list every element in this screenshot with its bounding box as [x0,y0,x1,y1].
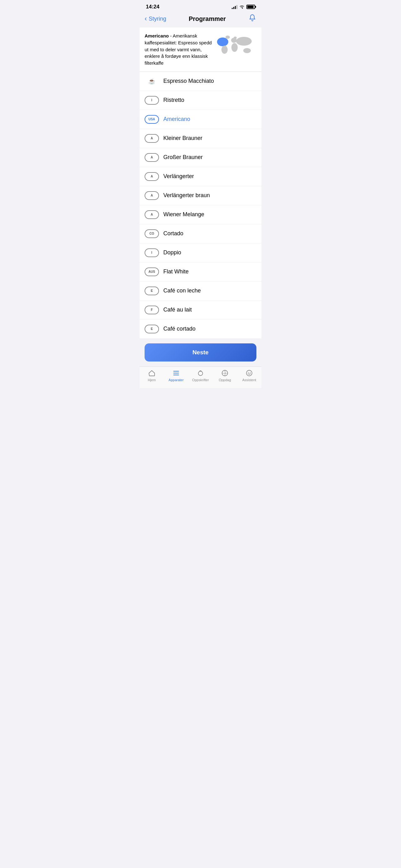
svg-point-13 [246,370,252,376]
oppdag-icon [221,369,229,377]
item-badge: A [144,191,159,200]
list-item[interactable]: FCafé au lait [140,301,261,320]
list-item[interactable]: ECafé con leche [140,281,261,301]
item-badge: USA [144,115,159,124]
svg-point-5 [236,37,252,45]
item-badge: E [144,324,159,333]
svg-point-14 [248,372,248,373]
description-section: Americano - Amerikansk kaffespesialitet:… [140,28,261,72]
tab-assistent[interactable]: Assistent [237,369,261,382]
list-item[interactable]: AVerlängerter [140,167,261,186]
apparater-icon [172,369,180,377]
main-content: Americano - Amerikansk kaffespesialitet:… [140,28,261,367]
chevron-left-icon: ‹ [144,15,147,22]
item-label: Café cortado [163,326,196,332]
tab-label: Oppdag [219,378,231,382]
list-item[interactable]: AVerlängerter braun [140,186,261,205]
home-icon [148,369,156,377]
tab-hjem[interactable]: Hjem [140,369,164,382]
item-badge: E [144,286,159,295]
svg-point-1 [226,36,230,39]
item-label: Café au lait [163,307,192,313]
world-map [216,32,257,56]
item-badge: F [144,306,159,314]
item-label: Verlängerter [163,173,194,180]
bell-icon[interactable] [248,14,257,24]
oppskrifter-icon [197,369,204,377]
tab-apparater[interactable]: Apparater [164,369,188,382]
svg-point-4 [231,43,238,52]
page-title: Programmer [189,15,226,23]
nav-bar: ‹ Styring Programmer [140,11,261,28]
svg-point-15 [250,372,250,373]
coffee-list: ☕Espresso MacchiatoIRistrettoUSAAmerican… [140,72,261,338]
list-item[interactable]: USAAmericano [140,110,261,129]
assistent-icon [245,369,253,377]
item-badge: AUS [144,268,159,276]
item-badge: A [144,134,159,143]
item-badge: A [144,172,159,181]
svg-point-0 [217,37,228,46]
item-label: Café con leche [163,287,201,294]
item-badge: A [144,210,159,219]
tab-label: Hjem [148,378,156,382]
item-label: Flat White [163,269,189,275]
list-item[interactable]: AUSFlat White [140,262,261,281]
description-text: Americano - Amerikansk kaffespesialitet:… [144,32,216,67]
item-label: Ristretto [163,97,184,103]
item-badge: ☕ [144,77,159,86]
svg-point-7 [234,36,237,39]
next-button-container: Neste [140,338,261,367]
list-item[interactable]: AWiener Melange [140,205,261,224]
item-badge: A [144,153,159,162]
tab-bar: HjemApparaterOppskrifterOppdagAssistent [140,367,261,388]
next-button[interactable]: Neste [144,343,257,362]
status-bar: 14:24 [140,0,261,11]
svg-point-2 [222,45,228,54]
tab-oppdag[interactable]: Oppdag [213,369,237,382]
tab-label: Assistent [242,378,257,382]
tab-label: Oppskrifter [192,378,209,382]
list-item[interactable]: ☕Espresso Macchiato [140,72,261,91]
item-label: Kleiner Brauner [163,135,202,142]
list-item[interactable]: AKleiner Brauner [140,129,261,148]
item-badge: I [144,96,159,105]
description-bold: Americano [144,33,169,38]
item-label: Americano [163,116,190,122]
status-icons [232,5,255,9]
list-item[interactable]: IRistretto [140,91,261,110]
item-label: Wiener Melange [163,211,204,218]
item-label: Verlängerter braun [163,192,210,199]
item-label: Doppio [163,249,181,256]
list-item[interactable]: ECafé cortado [140,320,261,338]
svg-point-6 [243,48,251,53]
list-item[interactable]: AGroßer Brauner [140,148,261,167]
tab-label: Apparater [169,378,183,382]
signal-icon [232,5,237,9]
item-badge: I [144,248,159,257]
battery-icon [246,5,255,9]
tab-oppskrifter[interactable]: Oppskrifter [188,369,213,382]
back-button[interactable]: ‹ Styring [144,15,166,22]
item-badge: CO [144,229,159,238]
back-label: Styring [149,16,166,22]
item-label: Espresso Macchiato [163,78,214,84]
item-label: Großer Brauner [163,154,203,161]
list-item[interactable]: IDoppio [140,243,261,262]
wifi-icon [239,5,244,9]
status-time: 14:24 [146,4,159,10]
svg-point-11 [198,371,203,376]
list-item[interactable]: COCortado [140,224,261,243]
item-label: Cortado [163,230,183,237]
